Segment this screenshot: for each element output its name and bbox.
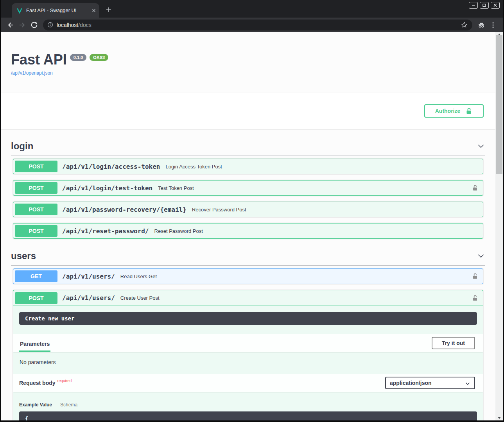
required-badge: required [57,379,72,383]
op-summary: Create User Post [120,295,160,301]
no-parameters-text: No parameters [13,352,483,374]
browser-window: Fast API - Swagger UI [0,0,504,422]
scrollbar-down-arrow[interactable] [498,417,501,419]
api-info: Fast API 0.1.0 OAS3 /api/v1/openapi.json [11,32,485,76]
unlocked-padlock-icon [465,107,473,115]
minimize-button[interactable] [469,2,478,9]
opblock-create-user-summary[interactable]: POST /api/v1/users/ Create User Post [13,290,483,306]
select-chevron-icon [465,381,471,388]
version-badge: 0.1.0 [70,54,86,61]
site-info-icon[interactable] [47,21,54,28]
op-summary: Read Users Get [120,274,157,279]
opblock-read-users[interactable]: GET /api/v1/users/ Read Users Get [13,268,483,284]
auth-lock-icon[interactable] [471,272,479,280]
method-badge: POST [15,182,57,194]
media-type-select[interactable]: application/json [385,377,475,389]
tab-example-value[interactable]: Example Value [19,402,52,408]
op-path: /api/v1/login/access-token [62,163,160,170]
op-path: /api/v1/password-recovery/{email} [62,206,187,213]
window-controls [469,2,500,9]
url-host: localhost [57,22,78,28]
try-it-out-button[interactable]: Try it out [432,337,475,349]
op-summary: Test Token Post [158,185,194,191]
example-code-block[interactable]: { [19,411,477,420]
opblock-login-test-token[interactable]: POST /api/v1/login/test-token Test Token… [13,180,483,196]
tab-parameters[interactable]: Parameters [19,335,50,352]
forward-button[interactable] [16,19,28,31]
op-summary: Reset Password Post [154,228,203,234]
tag-name: login [11,141,33,152]
tab-title: Fast API - Swagger UI [26,7,91,13]
scrollbar-thumb[interactable] [496,35,502,174]
tag-name: users [11,250,36,261]
page-viewport: Fast API 0.1.0 OAS3 /api/v1/openapi.json… [1,32,503,420]
request-body-label: Request body [19,380,56,386]
auth-lock-icon[interactable] [471,184,479,192]
address-bar[interactable]: localhost/docs [43,20,472,30]
tag-header-login[interactable]: login [11,135,485,156]
tab-strip: Fast API - Swagger UI [1,0,503,18]
maximize-button[interactable] [480,2,489,9]
url-text[interactable]: localhost/docs [57,22,461,28]
op-summary: Login Access Token Post [165,164,222,170]
parameters-section-header: Parameters Try it out [13,334,483,352]
bookmark-star-icon[interactable] [461,21,468,28]
opblock-password-recovery[interactable]: POST /api/v1/password-recovery/{email} R… [13,202,483,217]
tab-favicon-icon [16,7,23,14]
opblock-login-access-token[interactable]: POST /api/v1/login/access-token Login Ac… [13,159,483,174]
reload-button[interactable] [28,19,40,31]
op-path: /api/v1/users/ [62,294,115,302]
tag-header-users[interactable]: users [11,245,485,266]
oas3-badge: OAS3 [90,54,108,61]
openapi-spec-link[interactable]: /api/v1/openapi.json [11,70,53,76]
authorize-button[interactable]: Authorize [424,104,484,118]
incognito-icon [475,19,487,31]
tab-divider [56,402,56,408]
media-type-value: application/json [390,380,432,386]
method-badge: POST [15,161,57,172]
opblock-create-user-expanded: POST /api/v1/users/ Create User Post Cre… [13,290,483,420]
model-example-area: Example Value Schema { [13,392,483,420]
tab-close-icon[interactable] [91,8,96,13]
url-path: /docs [78,22,91,28]
page-title: Fast API [11,52,67,68]
op-summary: Recover Password Post [192,207,246,213]
method-badge: GET [15,270,57,282]
chevron-down-icon[interactable] [477,142,485,150]
request-body-section-header: Request body required application/json [13,374,483,392]
new-tab-button[interactable] [103,4,114,15]
browser-chrome: Fast API - Swagger UI [1,0,503,32]
tab-schema[interactable]: Schema [60,402,77,408]
model-tabs: Example Value Schema [19,402,477,408]
method-badge: POST [15,225,57,237]
page-scrollbar[interactable] [495,32,503,420]
op-path: /api/v1/login/test-token [62,184,152,192]
opblock-reset-password[interactable]: POST /api/v1/reset-password/ Reset Passw… [13,223,483,239]
close-button[interactable] [491,2,500,9]
operation-description: Create new user [19,312,477,325]
op-path: /api/v1/users/ [62,273,115,280]
authorize-label: Authorize [435,108,461,114]
auth-lock-icon[interactable] [471,294,479,302]
scheme-container: Authorize [1,93,495,129]
back-button[interactable] [5,19,16,31]
chevron-down-icon[interactable] [477,252,485,260]
browser-menu-icon[interactable] [487,19,499,31]
op-path: /api/v1/reset-password/ [62,227,149,235]
browser-toolbar: localhost/docs [1,18,503,32]
method-badge: POST [15,292,57,304]
method-badge: POST [15,204,57,215]
swagger-page: Fast API 0.1.0 OAS3 /api/v1/openapi.json… [1,32,495,420]
browser-tab[interactable]: Fast API - Swagger UI [12,3,99,18]
